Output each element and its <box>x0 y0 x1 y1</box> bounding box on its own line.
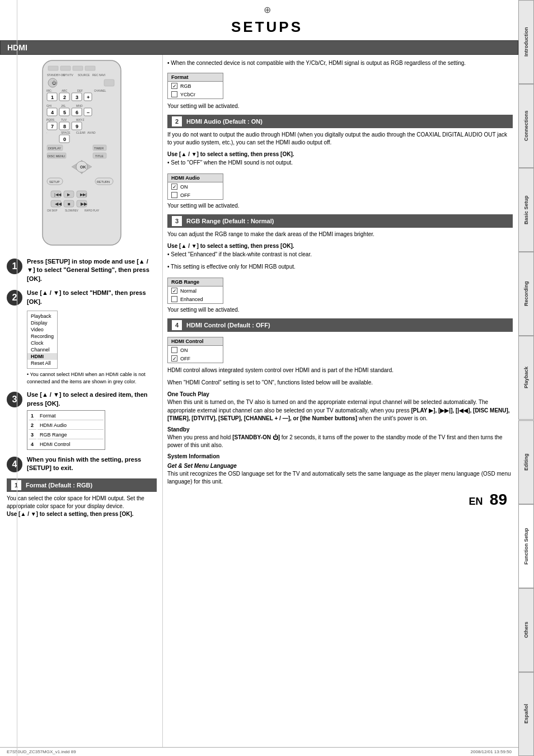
right-bullet-1: • When the connected device is not compa… <box>167 59 513 67</box>
section-3-use: Use [▲ / ▼] to select a setting, then pr… <box>167 243 513 249</box>
side-tabs: Introduction Connections Basic Setup Rec… <box>518 0 534 756</box>
svg-text:DEF: DEF <box>77 89 83 92</box>
one-touch-play-body: When this unit is turned on, the TV also… <box>167 398 513 423</box>
svg-text:SPACE: SPACE <box>61 131 71 134</box>
section-3-title: RGB Range (Default : Normal) <box>186 218 274 224</box>
section-4-header: 4 HDMI Control (Default : OFF) <box>167 318 513 332</box>
rgb-range-normal: ✓ Normal <box>168 287 223 295</box>
section-2-use: Use [▲ / ▼] to select a setting, then pr… <box>167 151 513 157</box>
svg-text:1: 1 <box>51 95 54 100</box>
section-2-title: HDMI Audio (Default : ON) <box>186 118 263 125</box>
your-setting-1: Your setting will be activated. <box>167 102 513 110</box>
svg-text:RETURN: RETURN <box>97 180 110 184</box>
svg-text:2: 2 <box>63 95 66 100</box>
section-2: 2 HDMI Audio (Default : ON) If you do no… <box>167 115 513 210</box>
hdmi-audio-off-label: OFF <box>180 192 190 198</box>
svg-text:7: 7 <box>51 124 54 129</box>
step-3-menu: 1Format 2HDMI Audio 3RGB Range 4HDMI Con… <box>27 410 105 450</box>
format-ycbcr-checkbox <box>171 91 177 97</box>
svg-text:SOURCE: SOURCE <box>78 73 90 77</box>
section-1-badge: 1 <box>11 480 21 490</box>
tab-playback[interactable]: Playback <box>518 336 534 420</box>
tab-connections[interactable]: Connections <box>518 84 534 168</box>
hdmi-audio-on-label: ON <box>180 184 188 190</box>
tab-recording[interactable]: Recording <box>518 252 534 336</box>
hdmi-control-on: ON <box>168 346 223 354</box>
svg-text:DTV/TV: DTV/TV <box>63 73 73 77</box>
hdmi-control-on-checkbox <box>171 347 177 353</box>
step-2-text: Use [▲ / ▼] to select "HDMI", then press… <box>27 289 157 306</box>
format-ycbcr-label: YCbCr <box>180 92 195 97</box>
format-option-rgb: ✓ RGB <box>168 82 223 90</box>
one-touch-play-title: One Touch Play <box>167 391 513 397</box>
svg-rect-4 <box>85 66 95 71</box>
footer-right: 2008/12/01 13:59:50 <box>471 749 512 754</box>
tab-editing[interactable]: Editing <box>518 420 534 504</box>
svg-text:6: 6 <box>76 110 78 115</box>
svg-text:PQRS: PQRS <box>46 118 55 121</box>
step-2-note: • You cannot select HDMI when an HDMI ca… <box>27 371 157 385</box>
system-info-body: This unit recognizes the OSD language se… <box>167 470 513 486</box>
tab-function-setup[interactable]: Function Setup <box>518 504 534 588</box>
svg-text:DISPLAY: DISPLAY <box>48 147 61 150</box>
svg-rect-1 <box>48 66 58 71</box>
svg-text:STANDBY-ON: STANDBY-ON <box>47 73 65 77</box>
page-number-area: EN 89 <box>167 491 513 509</box>
page-title: SETUPS <box>0 16 534 40</box>
svg-text:OK: OK <box>80 165 86 169</box>
svg-text:RAPID PLAY: RAPID PLAY <box>85 209 99 212</box>
section-2-header: 2 HDMI Audio (Default : ON) <box>167 115 513 128</box>
svg-text:0: 0 <box>63 137 66 142</box>
svg-text:MNO: MNO <box>76 104 83 107</box>
hdmi-audio-on: ✓ ON <box>168 182 223 191</box>
step-1-number: 1 <box>7 259 22 274</box>
svg-text:·: · <box>46 131 47 134</box>
hdmi-control-box-title: HDMI Control <box>168 337 223 346</box>
svg-text:GHI: GHI <box>46 104 51 107</box>
section-4-body1: HDMI control allows integrated system co… <box>167 367 513 374</box>
svg-text:TUV: TUV <box>61 118 67 121</box>
standby-body: When you press and hold [STANDBY-ON ⏻] f… <box>167 434 513 450</box>
tab-introduction[interactable]: Introduction <box>518 0 534 84</box>
tab-basic-setup[interactable]: Basic Setup <box>518 168 534 252</box>
svg-text:DISC MENU: DISC MENU <box>48 154 65 158</box>
svg-text:⏻: ⏻ <box>51 81 57 86</box>
section-2-bullet: • Set to "OFF" when the HDMI sound is no… <box>167 159 513 167</box>
rgb-enhanced-checkbox <box>171 296 177 302</box>
rgb-normal-label: Normal <box>180 288 196 294</box>
svg-text:5: 5 <box>63 110 66 115</box>
left-column: STANDBY-ON DTV/TV SOURCE REC NAVI ⏻ IRC:… <box>0 55 162 747</box>
section-3-bullet2: • This setting is effective only for HDM… <box>167 263 513 271</box>
your-setting-2: Your setting will be activated. <box>167 202 513 210</box>
section-4-body2: When "HDMI Control" setting is set to "O… <box>167 379 513 387</box>
svg-text:CHANNEL: CHANNEL <box>94 90 106 92</box>
hdmi-audio-off: OFF <box>168 191 223 199</box>
svg-rect-3 <box>73 66 83 71</box>
section-3-header: 3 RGB Range (Default : Normal) <box>167 214 513 228</box>
svg-text:REC NAVI: REC NAVI <box>92 73 105 77</box>
svg-text:–: – <box>87 110 90 115</box>
hdmi-audio-off-checkbox <box>171 192 177 198</box>
svg-text:JKL: JKL <box>61 104 66 107</box>
your-setting-3: Your setting will be activated. <box>167 306 513 314</box>
remote-control-image: STANDBY-ON DTV/TV SOURCE REC NAVI ⏻ IRC:… <box>26 59 138 251</box>
rgb-normal-checkbox: ✓ <box>171 288 177 294</box>
svg-text:8: 8 <box>63 124 66 129</box>
system-info-title: System Information <box>167 453 513 459</box>
svg-text:TIMER: TIMER <box>94 147 104 150</box>
tab-espanol[interactable]: Español <box>518 672 534 756</box>
section-4: 4 HDMI Control (Default : OFF) HDMI Cont… <box>167 318 513 486</box>
tab-others[interactable]: Others <box>518 588 534 672</box>
step-4-number: 4 <box>7 457 22 472</box>
hdmi-control-off-checkbox: ✓ <box>171 355 177 361</box>
format-box-title: Format <box>168 73 223 82</box>
svg-rect-2 <box>60 66 71 71</box>
section-3: 3 RGB Range (Default : Normal) You can a… <box>167 214 513 314</box>
step-4-block: 4 When you finish with the setting, pres… <box>7 456 157 473</box>
svg-text:3: 3 <box>76 95 78 100</box>
svg-text:IRC:: IRC: <box>46 89 52 92</box>
svg-text:▶▶|: ▶▶| <box>80 192 87 197</box>
rgb-range-box: RGB Range ✓ Normal Enhanced <box>167 278 223 304</box>
en-label: EN <box>469 496 483 507</box>
format-option-ycbcr: YCbCr <box>168 90 223 98</box>
